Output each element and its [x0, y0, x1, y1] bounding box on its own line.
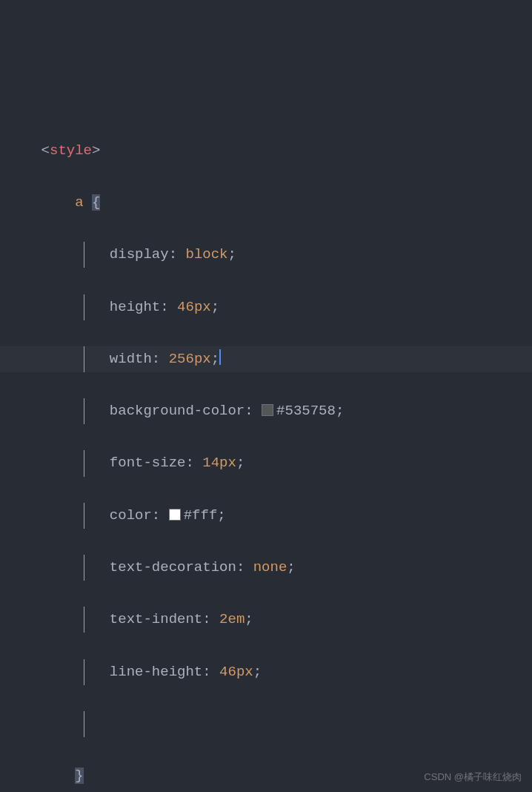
text-cursor — [219, 349, 221, 365]
line-blank — [0, 711, 532, 737]
line-textindent: text-indent: 2em; — [0, 607, 532, 633]
line-style-open: <style> — [0, 138, 532, 164]
watermark: CSDN @橘子味红烧肉 — [424, 768, 522, 786]
line-selector-a: a { — [0, 190, 532, 216]
line-display: display: block; — [0, 242, 532, 268]
line-color: color: #fff; — [0, 503, 532, 529]
line-fontsize: font-size: 14px; — [0, 450, 532, 476]
line-lineheight: line-height: 46px; — [0, 659, 532, 685]
line-textdec: text-decoration: none; — [0, 555, 532, 581]
line-width-current: width: 256px; — [0, 346, 532, 372]
code-block: <style> a { display: block; height: 46px… — [0, 112, 532, 792]
color-swatch — [169, 509, 181, 521]
line-bgcolor: background-color: #535758; — [0, 398, 532, 424]
line-height: height: 46px; — [0, 294, 532, 320]
color-swatch — [262, 404, 273, 416]
